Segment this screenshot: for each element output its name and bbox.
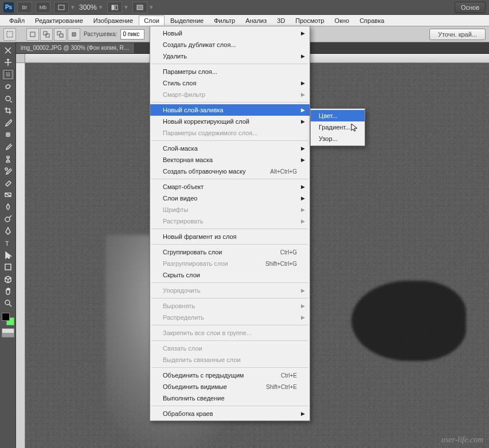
shape-tool[interactable]	[2, 261, 14, 273]
quickmask-toggle[interactable]	[2, 328, 14, 337]
ruler-corner	[16, 54, 25, 63]
menuitem[interactable]: Обработка краев▶	[150, 408, 310, 419]
menuitem[interactable]: Слой-маска▶	[150, 143, 310, 154]
menu-separator	[151, 64, 308, 64]
menuitem[interactable]: Сгруппировать слоиCtrl+G	[150, 246, 310, 258]
menuitem[interactable]: Векторная маска▶	[150, 154, 310, 166]
menubar: ФайлРедактированиеИзображениеСлоиВыделен…	[0, 15, 489, 26]
menuitem[interactable]: Скрыть слои	[150, 269, 310, 281]
zoom-tool[interactable]	[2, 297, 14, 309]
eraser-tool[interactable]	[2, 177, 14, 188]
menuitem[interactable]: Новый фрагмент из слоя	[150, 231, 310, 242]
menu-просмотр[interactable]: Просмотр	[291, 16, 328, 25]
selection-mode-group[interactable]	[26, 28, 80, 41]
refine-edge-button[interactable]: Уточн. край...	[429, 29, 486, 40]
photo-content-dark	[351, 281, 466, 361]
menuitem[interactable]: Новый▶	[150, 27, 310, 39]
path-select-tool[interactable]	[2, 249, 14, 261]
hand-tool[interactable]	[2, 285, 14, 297]
menu-separator	[151, 406, 308, 406]
menuitem: Закрепить все слои в группе...	[150, 327, 310, 339]
feather-input[interactable]: 0 пикс	[120, 29, 144, 40]
workspace-switcher[interactable]: Основ	[455, 2, 486, 13]
menuitem: Разгруппировать слоиShift+Ctrl+G	[150, 258, 310, 269]
menuitem[interactable]: Создать обтравочную маскуAlt+Ctrl+G	[150, 166, 310, 177]
svg-rect-10	[72, 33, 76, 36]
screen-mode-picker[interactable]: ▾	[54, 2, 76, 13]
menuitem[interactable]: Объединить видимыеShift+Ctrl+E	[150, 381, 310, 392]
menu-файл[interactable]: Файл	[5, 16, 29, 25]
menuitem[interactable]: Новый корректирующий слой▶	[150, 116, 310, 127]
menuitem[interactable]: Новый слой-заливка▶	[150, 104, 310, 116]
menu-3d[interactable]: 3D	[272, 16, 290, 25]
menu-separator	[151, 229, 308, 229]
color-swatches[interactable]	[2, 313, 14, 325]
menu-separator	[151, 298, 308, 298]
menuitem[interactable]: Слои видео▶	[150, 192, 310, 204]
svg-rect-0	[58, 5, 64, 10]
menuitem[interactable]: Объединить с предыдущимCtrl+E	[150, 370, 310, 381]
menu-separator	[151, 140, 308, 141]
screenmode-picker[interactable]: ▾	[132, 2, 154, 13]
menuitem: Связать слои	[150, 343, 310, 354]
menu-редактирование[interactable]: Редактирование	[30, 16, 88, 25]
move-tool[interactable]	[2, 57, 14, 68]
svg-rect-4	[7, 32, 13, 37]
menu-separator	[151, 244, 308, 245]
zoom-display[interactable]: 300%▾	[79, 3, 104, 11]
menuitem[interactable]: Стиль слоя▶	[150, 77, 310, 89]
crop-tool[interactable]	[2, 105, 14, 116]
dodge-tool[interactable]	[2, 213, 14, 225]
menu-слои[interactable]: Слои	[139, 15, 165, 25]
menu-анализ[interactable]: Анализ	[241, 16, 271, 25]
svg-rect-6	[44, 32, 47, 35]
menu-фильтр[interactable]: Фильтр	[209, 16, 240, 25]
3d-tool[interactable]	[2, 273, 14, 285]
document-tab[interactable]: img_00002.JPG @ 300% (Фон копия, R…	[16, 43, 135, 53]
stamp-tool[interactable]	[2, 153, 14, 164]
menuitem[interactable]: Выполнить сведение	[150, 392, 310, 404]
submenu-item[interactable]: Цвет...	[311, 110, 365, 121]
menuitem: Растрировать▶	[150, 215, 310, 227]
gradient-tool[interactable]	[2, 189, 14, 201]
pen-tool[interactable]	[2, 225, 14, 237]
menuitem: Распределить▶	[150, 312, 310, 323]
svg-point-14	[5, 168, 7, 170]
ruler-vertical	[16, 63, 25, 448]
menuitem: Выделить связанные слои	[150, 354, 310, 366]
history-brush-tool[interactable]	[2, 165, 14, 176]
eyedropper-tool[interactable]	[2, 117, 14, 128]
menu-separator	[151, 340, 308, 341]
submenu-item[interactable]: Градиент...	[311, 121, 365, 133]
blur-tool[interactable]	[2, 201, 14, 213]
menuitem: Параметры содержимого слоя...	[150, 127, 310, 139]
menu-справка[interactable]: Справка	[355, 16, 389, 25]
menuitem: Смарт-фильтр▶	[150, 89, 310, 100]
menu-изображение[interactable]: Изображение	[89, 16, 138, 25]
submenu-item[interactable]: Узор...	[311, 133, 365, 144]
svg-rect-3	[137, 5, 143, 10]
svg-rect-11	[5, 72, 11, 77]
type-tool[interactable]: T	[2, 237, 14, 249]
menu-выделение[interactable]: Выделение	[166, 16, 208, 25]
bridge-button[interactable]: Br	[17, 2, 32, 13]
svg-point-19	[5, 300, 10, 305]
svg-text:T: T	[5, 240, 9, 247]
menu-окно[interactable]: Окно	[330, 16, 354, 25]
minibridge-button[interactable]: Mb	[36, 2, 50, 13]
menuitem[interactable]: Удалить▶	[150, 50, 310, 62]
brush-tool[interactable]	[2, 141, 14, 152]
marquee-tool[interactable]	[2, 69, 14, 80]
menuitem[interactable]: Смарт-объект▶	[150, 181, 310, 192]
svg-rect-1	[112, 5, 114, 10]
ruler-toggle-icon[interactable]	[2, 45, 14, 56]
healing-tool[interactable]	[2, 129, 14, 140]
menu-separator	[151, 282, 308, 283]
menuitem[interactable]: Создать дубликат слоя...	[150, 39, 310, 50]
arrange-picker[interactable]: ▾	[107, 2, 129, 13]
toolbox: T	[0, 42, 16, 448]
current-tool-icon[interactable]	[3, 28, 16, 41]
quick-select-tool[interactable]	[2, 93, 14, 104]
menuitem[interactable]: Параметры слоя...	[150, 66, 310, 77]
lasso-tool[interactable]	[2, 81, 14, 92]
